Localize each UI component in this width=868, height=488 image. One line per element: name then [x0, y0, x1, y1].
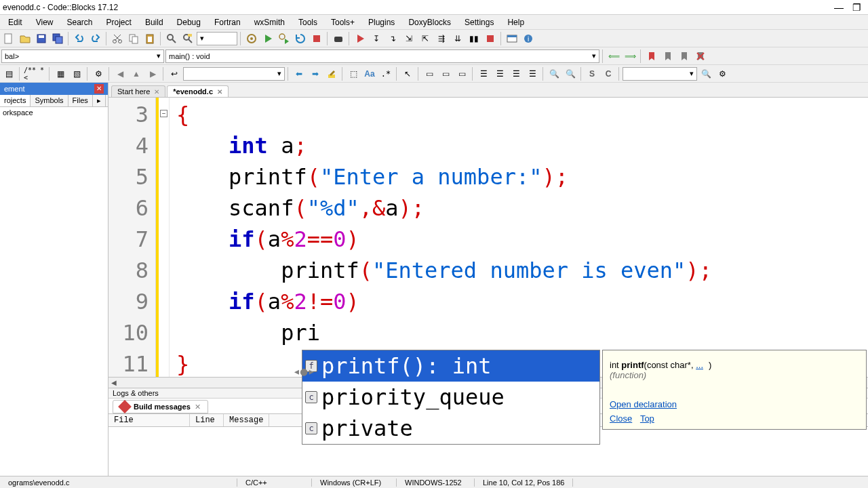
nav-up-icon[interactable]: ▲	[129, 66, 144, 81]
break-icon[interactable]: ▮▮	[467, 31, 481, 46]
doxy-html-icon[interactable]: ▦	[53, 66, 68, 81]
debug-toolbar-icon[interactable]	[331, 31, 346, 46]
menu-plugins[interactable]: Plugins	[361, 16, 401, 28]
tab-more[interactable]: ▸	[93, 95, 106, 106]
bookmark-next-icon[interactable]	[677, 49, 692, 64]
step-into-icon[interactable]: ⇲	[401, 31, 416, 46]
run-icon[interactable]	[260, 31, 275, 46]
undo-icon[interactable]	[72, 31, 87, 46]
panel-close-icon[interactable]: ✕	[94, 84, 104, 94]
menu-debug[interactable]: Debug	[170, 16, 208, 28]
stack2-icon[interactable]: ☰	[492, 66, 507, 81]
nav-prev-icon[interactable]: ◀	[113, 66, 127, 81]
jump-back-icon[interactable]: ⟸	[606, 49, 621, 64]
tooltip-close-link[interactable]: Close	[610, 413, 632, 424]
debug-windows-icon[interactable]	[505, 31, 519, 46]
highlight-icon[interactable]	[324, 66, 339, 81]
tab-symbols[interactable]: Symbols	[31, 95, 68, 106]
go-fwd-icon[interactable]: ➡	[308, 66, 323, 81]
next-line-icon[interactable]: ↴	[385, 31, 400, 46]
fold-toggle-icon[interactable]: −	[160, 110, 167, 117]
next-instr-icon[interactable]: ⇶	[434, 31, 449, 46]
code-body[interactable]: { int a; printf("Enter a number:"); scan…	[170, 98, 868, 377]
go-back-icon[interactable]: ⬅	[292, 66, 307, 81]
jump-dropdown[interactable]: ▾	[183, 67, 285, 81]
select-icon[interactable]: ⬚	[346, 66, 361, 81]
col-line[interactable]: Line	[190, 414, 224, 426]
search-exec-icon[interactable]: 🔍	[698, 66, 713, 81]
tooltip-top-link[interactable]: Top	[640, 413, 654, 424]
cut-icon[interactable]	[110, 31, 125, 46]
doxy-config-icon[interactable]: ⚙	[91, 66, 106, 81]
abort-icon[interactable]	[309, 31, 324, 46]
info-icon[interactable]: i	[521, 31, 536, 46]
nav-next-icon[interactable]: ▶	[145, 66, 160, 81]
tab-files[interactable]: Files	[68, 95, 93, 106]
regex-icon[interactable]: .*	[378, 66, 393, 81]
run-to-cursor-icon[interactable]: ↧	[369, 31, 384, 46]
workspace-node[interactable]: orkspace	[3, 108, 105, 117]
bookmark-clear-icon[interactable]	[693, 49, 708, 64]
close-icon[interactable]: ✕	[154, 88, 159, 96]
block-comment-icon[interactable]: /** *<	[23, 66, 46, 81]
save-icon[interactable]	[34, 31, 49, 46]
col-message[interactable]: Message	[224, 414, 269, 426]
scope-dropdown[interactable]: bal>▾	[1, 49, 164, 63]
paste-icon[interactable]	[142, 31, 157, 46]
build-icon[interactable]	[244, 31, 259, 46]
close-icon[interactable]: ✕	[195, 403, 201, 411]
menu-view[interactable]: View	[29, 16, 60, 28]
search-dropdown[interactable]: ▾	[623, 67, 697, 81]
c-icon[interactable]: C	[601, 66, 616, 81]
doxy-chm-icon[interactable]: ▧	[69, 66, 84, 81]
zoom-out-icon[interactable]: 🔍	[563, 66, 578, 81]
stack1-icon[interactable]: ☰	[476, 66, 491, 81]
function-dropdown[interactable]: main() : void▾	[165, 49, 599, 63]
menu-doxyblocks[interactable]: DoxyBlocks	[401, 16, 458, 28]
menu-toolsplus[interactable]: Tools+	[324, 16, 361, 28]
search-opts-icon[interactable]: ⚙	[715, 66, 730, 81]
tab-evenodd[interactable]: *evenodd.c ✕	[167, 85, 229, 97]
rebuild-icon[interactable]	[293, 31, 308, 46]
last-jump-icon[interactable]: ↩	[167, 66, 182, 81]
copy-icon[interactable]	[126, 31, 141, 46]
s-icon[interactable]: S	[585, 66, 599, 81]
close-icon[interactable]: ✕	[217, 88, 222, 96]
new-file-icon[interactable]	[1, 31, 16, 46]
tab-start-here[interactable]: Start here ✕	[111, 85, 165, 97]
open-icon[interactable]	[18, 31, 33, 46]
col-file[interactable]: File	[108, 414, 190, 426]
tab-projects[interactable]: rojects	[0, 95, 31, 106]
jump-fwd-icon[interactable]: ⟹	[623, 49, 637, 64]
autocomplete-item[interactable]: c priority_queue	[302, 382, 599, 413]
menu-wxsmith[interactable]: wxSmith	[248, 16, 292, 28]
menu-help[interactable]: Help	[500, 16, 531, 28]
box2-icon[interactable]: ▭	[438, 66, 453, 81]
tab-build-messages[interactable]: Build messages ✕	[113, 400, 208, 413]
redo-icon[interactable]	[88, 31, 103, 46]
minimize-button[interactable]: —	[830, 2, 848, 13]
find-icon[interactable]	[164, 31, 179, 46]
open-declaration-link[interactable]: Open declaration	[610, 399, 677, 409]
code-editor[interactable]: 34567891011 − { int a; printf("Enter a n…	[108, 98, 868, 377]
menu-build[interactable]: Build	[138, 16, 170, 28]
build-target-dropdown[interactable]: ▾	[197, 32, 237, 45]
zoom-in-icon[interactable]: 🔍	[547, 66, 561, 81]
menu-fortran[interactable]: Fortran	[208, 16, 248, 28]
stack4-icon[interactable]: ☰	[525, 66, 540, 81]
menu-edit[interactable]: Edit	[1, 16, 29, 28]
stack3-icon[interactable]: ☰	[509, 66, 524, 81]
replace-icon[interactable]	[180, 31, 195, 46]
maximize-button[interactable]: ❐	[848, 2, 865, 13]
bookmark-toggle-icon[interactable]	[644, 49, 659, 64]
box1-icon[interactable]: ▭	[422, 66, 437, 81]
match-case-icon[interactable]: Aa	[362, 66, 377, 81]
stop-debug-icon[interactable]	[483, 31, 498, 46]
box3-icon[interactable]: ▭	[454, 66, 469, 81]
autocomplete-item[interactable]: f printf(): int	[302, 350, 599, 382]
autocomplete-item[interactable]: c private	[302, 413, 599, 444]
menu-settings[interactable]: Settings	[458, 16, 500, 28]
step-instr-icon[interactable]: ⇊	[450, 31, 465, 46]
doxy-run-icon[interactable]: ▤	[1, 66, 16, 81]
debug-run-icon[interactable]	[353, 31, 368, 46]
